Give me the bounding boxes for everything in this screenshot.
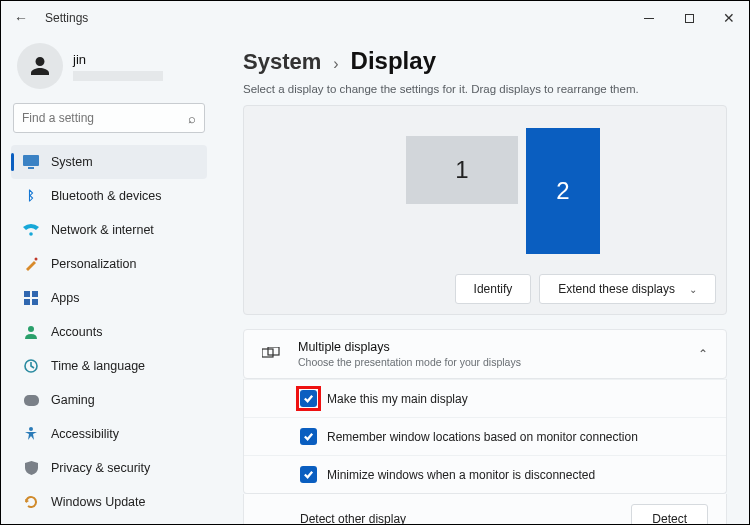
svg-point-2 <box>29 232 33 236</box>
sidebar-item-label: System <box>51 155 93 169</box>
svg-rect-1 <box>28 167 34 169</box>
sidebar-item-windows-update[interactable]: Windows Update <box>11 485 207 519</box>
minimize-button[interactable] <box>629 1 669 35</box>
monitor-2[interactable]: 2 <box>526 128 600 254</box>
sidebar-item-label: Accounts <box>51 325 102 339</box>
avatar <box>17 43 63 89</box>
sidebar-item-label: Apps <box>51 291 80 305</box>
globe-clock-icon <box>23 358 39 374</box>
close-button[interactable]: ✕ <box>709 1 749 35</box>
user-name: jin <box>73 52 163 67</box>
person-icon <box>23 324 39 340</box>
option-label: Minimize windows when a monitor is disco… <box>327 468 595 482</box>
window-title: Settings <box>45 11 88 25</box>
svg-point-11 <box>29 427 33 431</box>
apps-icon <box>23 290 39 306</box>
sidebar-item-privacy[interactable]: Privacy & security <box>11 451 207 485</box>
search-input[interactable] <box>22 111 188 125</box>
option-label: Make this my main display <box>327 392 468 406</box>
sidebar-item-label: Personalization <box>51 257 136 271</box>
svg-rect-6 <box>24 299 30 305</box>
wifi-icon <box>23 222 39 238</box>
sidebar-item-gaming[interactable]: Gaming <box>11 383 207 417</box>
accessibility-icon <box>23 426 39 442</box>
svg-rect-7 <box>32 299 38 305</box>
chevron-down-icon: ⌄ <box>689 284 697 295</box>
sidebar-item-label: Accessibility <box>51 427 119 441</box>
system-icon <box>23 154 39 170</box>
checkbox-minimize[interactable] <box>300 466 317 483</box>
sidebar-item-label: Windows Update <box>51 495 146 509</box>
user-email-redacted <box>73 71 163 81</box>
section-subtitle: Choose the presentation mode for your di… <box>298 356 521 368</box>
user-icon <box>28 54 52 78</box>
sidebar-item-accounts[interactable]: Accounts <box>11 315 207 349</box>
highlight-box <box>296 386 321 411</box>
option-remember-locations[interactable]: Remember window locations based on monit… <box>244 417 726 455</box>
svg-rect-5 <box>32 291 38 297</box>
user-profile[interactable]: jin <box>11 39 207 103</box>
detect-other-display-row: Detect other display Detect <box>243 494 727 525</box>
multiple-displays-icon <box>262 347 280 361</box>
svg-rect-10 <box>24 395 39 406</box>
chevron-right-icon: › <box>333 55 338 73</box>
sidebar-item-bluetooth[interactable]: ᛒ Bluetooth & devices <box>11 179 207 213</box>
sidebar: jin ⌕ System ᛒ Bluetooth & devices Netwo… <box>1 35 215 525</box>
update-icon <box>23 494 39 510</box>
sidebar-item-network[interactable]: Network & internet <box>11 213 207 247</box>
gaming-icon <box>23 392 39 408</box>
chevron-up-icon: ⌃ <box>698 347 708 361</box>
breadcrumb: System › Display <box>243 47 727 75</box>
detect-button[interactable]: Detect <box>631 504 708 525</box>
sidebar-item-personalization[interactable]: Personalization <box>11 247 207 281</box>
detect-label: Detect other display <box>300 512 406 525</box>
back-icon[interactable]: ← <box>13 10 29 26</box>
option-minimize-disconnect[interactable]: Minimize windows when a monitor is disco… <box>244 455 726 493</box>
bluetooth-icon: ᛒ <box>23 188 39 204</box>
option-label: Remember window locations based on monit… <box>327 430 638 444</box>
search-box[interactable]: ⌕ <box>13 103 205 133</box>
search-icon: ⌕ <box>188 111 196 126</box>
sidebar-item-label: Gaming <box>51 393 95 407</box>
breadcrumb-parent[interactable]: System <box>243 49 321 75</box>
section-title: Multiple displays <box>298 340 521 354</box>
maximize-button[interactable] <box>669 1 709 35</box>
sidebar-item-system[interactable]: System <box>11 145 207 179</box>
sidebar-item-accessibility[interactable]: Accessibility <box>11 417 207 451</box>
sidebar-item-apps[interactable]: Apps <box>11 281 207 315</box>
svg-point-3 <box>35 258 38 261</box>
sidebar-item-time-language[interactable]: Time & language <box>11 349 207 383</box>
sidebar-item-label: Bluetooth & devices <box>51 189 162 203</box>
sidebar-item-label: Time & language <box>51 359 145 373</box>
breadcrumb-current: Display <box>351 47 436 75</box>
title-bar: ← Settings ✕ <box>1 1 749 35</box>
content-pane: System › Display Select a display to cha… <box>215 35 749 525</box>
shield-icon <box>23 460 39 476</box>
display-arrangement[interactable]: 1 2 Identify Extend these displays ⌄ <box>243 105 727 315</box>
svg-point-8 <box>28 326 34 332</box>
svg-rect-0 <box>23 155 39 166</box>
sidebar-item-label: Privacy & security <box>51 461 150 475</box>
multiple-displays-row[interactable]: Multiple displays Choose the presentatio… <box>243 329 727 379</box>
brush-icon <box>23 256 39 272</box>
monitor-1[interactable]: 1 <box>406 136 518 204</box>
helper-text: Select a display to change the settings … <box>243 83 727 95</box>
sidebar-item-label: Network & internet <box>51 223 154 237</box>
checkbox-remember[interactable] <box>300 428 317 445</box>
identify-button[interactable]: Identify <box>455 274 532 304</box>
extend-displays-dropdown[interactable]: Extend these displays ⌄ <box>539 274 716 304</box>
svg-rect-4 <box>24 291 30 297</box>
option-main-display[interactable]: Make this my main display <box>244 379 726 417</box>
